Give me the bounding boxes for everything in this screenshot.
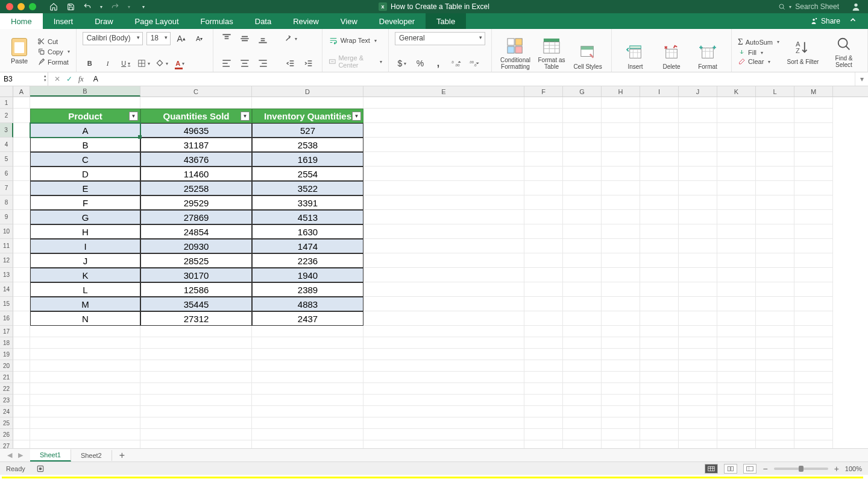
cell[interactable] (252, 97, 363, 109)
cell[interactable] (252, 360, 363, 372)
cell[interactable] (30, 349, 140, 360)
cell[interactable] (679, 297, 717, 311)
minimize-window-button[interactable] (17, 3, 25, 10)
table-cell[interactable]: B (30, 138, 140, 152)
cell[interactable] (679, 282, 717, 297)
cell[interactable] (252, 349, 363, 360)
cell[interactable] (563, 406, 602, 417)
cell[interactable] (640, 152, 679, 167)
table-cell[interactable]: M (30, 297, 140, 311)
cell[interactable] (140, 372, 252, 383)
cell[interactable] (794, 181, 833, 195)
cell[interactable] (13, 311, 30, 326)
fill-button[interactable]: Fill (738, 49, 779, 56)
cell[interactable] (30, 326, 140, 337)
cut-button[interactable]: Cut (37, 37, 70, 45)
cell[interactable] (563, 224, 602, 239)
cell[interactable] (794, 253, 833, 268)
col-header-L[interactable]: L (756, 86, 794, 97)
cell[interactable] (363, 311, 524, 326)
tab-review[interactable]: Review (282, 13, 330, 29)
view-normal-button[interactable] (705, 464, 718, 474)
cell[interactable] (679, 152, 717, 167)
row-header[interactable]: 4 (0, 138, 13, 152)
row-header[interactable]: 1 (0, 97, 13, 109)
cell[interactable] (640, 195, 679, 210)
table-cell[interactable]: 2554 (252, 167, 363, 181)
cell[interactable] (602, 297, 640, 311)
align-bottom-button[interactable] (256, 32, 270, 45)
cell[interactable] (524, 337, 563, 349)
macro-record-icon[interactable] (36, 465, 45, 473)
cell[interactable] (640, 395, 679, 406)
row-header[interactable]: 22 (0, 383, 13, 395)
cell[interactable] (13, 210, 30, 224)
cell[interactable] (13, 152, 30, 167)
cell[interactable] (640, 109, 679, 123)
format-cells-button[interactable]: Format (690, 32, 725, 70)
increase-indent-button[interactable] (301, 57, 316, 70)
cell[interactable] (252, 326, 363, 337)
cell[interactable] (563, 372, 602, 383)
cell[interactable] (363, 253, 524, 268)
table-cell[interactable]: 27869 (140, 210, 252, 224)
table-cell[interactable]: 24854 (140, 224, 252, 239)
col-header-D[interactable]: D (252, 86, 363, 97)
cell[interactable] (640, 326, 679, 337)
cell[interactable] (679, 123, 717, 138)
cell[interactable] (756, 440, 794, 448)
font-size-select[interactable]: 18 (146, 32, 171, 45)
cell[interactable] (794, 406, 833, 417)
cell[interactable] (717, 297, 756, 311)
tab-formulas[interactable]: Formulas (190, 13, 244, 29)
cell[interactable] (30, 429, 140, 440)
cell[interactable] (524, 311, 563, 326)
cell[interactable] (602, 383, 640, 395)
cell[interactable] (717, 152, 756, 167)
table-cell[interactable]: 2236 (252, 253, 363, 268)
cell[interactable] (640, 360, 679, 372)
cell[interactable] (140, 429, 252, 440)
row-header[interactable]: 3 (0, 123, 13, 138)
cell[interactable] (563, 181, 602, 195)
table-cell[interactable]: 2389 (252, 282, 363, 297)
cell[interactable] (794, 360, 833, 372)
cell[interactable] (640, 429, 679, 440)
cell[interactable] (563, 440, 602, 448)
cell[interactable] (563, 395, 602, 406)
table-cell[interactable]: 3391 (252, 195, 363, 210)
cell[interactable] (602, 268, 640, 282)
cell[interactable] (756, 395, 794, 406)
table-cell[interactable]: E (30, 181, 140, 195)
cell[interactable] (794, 440, 833, 448)
filter-dropdown-button[interactable]: ▼ (352, 112, 361, 121)
cell[interactable] (13, 326, 30, 337)
cell[interactable] (602, 253, 640, 268)
cell[interactable] (717, 406, 756, 417)
cell[interactable] (140, 440, 252, 448)
cell[interactable] (524, 349, 563, 360)
table-cell[interactable]: 30170 (140, 268, 252, 282)
align-top-button[interactable] (219, 32, 234, 45)
cell[interactable] (524, 268, 563, 282)
cell[interactable] (717, 429, 756, 440)
cell[interactable] (30, 406, 140, 417)
cell[interactable] (13, 297, 30, 311)
cell[interactable] (13, 429, 30, 440)
row-header[interactable]: 18 (0, 337, 13, 349)
row-header[interactable]: 21 (0, 372, 13, 383)
table-cell[interactable]: 12586 (140, 282, 252, 297)
zoom-slider[interactable] (774, 468, 828, 470)
table-cell[interactable]: 25258 (140, 181, 252, 195)
sheet-nav-next[interactable]: ▶ (18, 451, 23, 459)
collapse-ribbon-button[interactable] (849, 16, 860, 27)
cell[interactable] (363, 395, 524, 406)
cell[interactable] (640, 406, 679, 417)
cell[interactable]: Inventory Quantities▼ (252, 109, 363, 123)
table-cell[interactable]: 4883 (252, 297, 363, 311)
cell[interactable] (563, 167, 602, 181)
cell[interactable] (563, 253, 602, 268)
tab-data[interactable]: Data (244, 13, 282, 29)
cell[interactable] (524, 239, 563, 253)
row-header[interactable]: 10 (0, 224, 13, 239)
